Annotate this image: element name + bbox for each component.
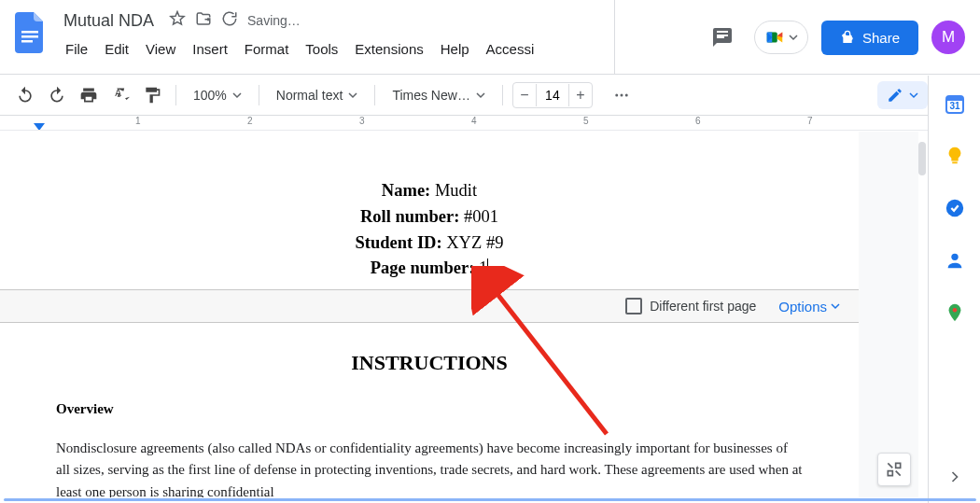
comments-button[interactable] bbox=[704, 19, 741, 56]
styles-dropdown[interactable]: Normal text bbox=[269, 84, 366, 106]
font-dropdown[interactable]: Times New… bbox=[385, 84, 493, 106]
print-button[interactable] bbox=[75, 81, 103, 109]
font-size-decrease[interactable]: − bbox=[513, 83, 536, 107]
svg-rect-0 bbox=[21, 31, 38, 34]
explore-button[interactable] bbox=[877, 453, 911, 486]
more-toolbar-button[interactable] bbox=[608, 81, 636, 109]
ruler-mark: 5 bbox=[583, 116, 589, 131]
menu-edit[interactable]: Edit bbox=[97, 37, 136, 61]
maps-icon[interactable] bbox=[944, 301, 966, 324]
indent-marker[interactable] bbox=[34, 119, 45, 131]
toolbar: A 100% Normal text Times New… − 14 + bbox=[0, 75, 980, 116]
page: Name: Mudit Roll number: #001 Student ID… bbox=[0, 132, 859, 497]
menu-format[interactable]: Format bbox=[237, 37, 297, 61]
menu-view[interactable]: View bbox=[138, 37, 183, 61]
side-panel: 31 bbox=[928, 76, 980, 503]
scrollbar-thumb[interactable] bbox=[918, 142, 926, 175]
menu-extensions[interactable]: Extensions bbox=[347, 37, 430, 61]
meet-button[interactable] bbox=[754, 21, 808, 54]
svg-text:31: 31 bbox=[949, 101, 960, 111]
undo-button[interactable] bbox=[11, 81, 39, 109]
svg-rect-1 bbox=[21, 35, 38, 38]
menu-file[interactable]: File bbox=[58, 37, 95, 61]
page-header[interactable]: Name: Mudit Roll number: #001 Student ID… bbox=[0, 132, 859, 289]
calendar-icon[interactable]: 31 bbox=[944, 92, 966, 115]
different-first-page-checkbox[interactable]: Different first page bbox=[625, 298, 756, 314]
panel-divider bbox=[614, 0, 615, 75]
window-focus-border bbox=[4, 498, 976, 501]
header-options-bar: Different first page Options bbox=[0, 289, 859, 323]
svg-point-6 bbox=[615, 93, 618, 96]
ruler-mark: 3 bbox=[359, 116, 365, 131]
docs-logo[interactable] bbox=[11, 7, 49, 58]
svg-text:A: A bbox=[115, 87, 121, 97]
keep-icon[interactable] bbox=[944, 145, 966, 167]
overview-heading: Overview bbox=[56, 401, 803, 417]
document-title[interactable]: Mutual NDA bbox=[58, 9, 160, 33]
ruler-mark: 2 bbox=[247, 116, 253, 131]
star-icon[interactable] bbox=[169, 10, 186, 31]
font-size-control: − 14 + bbox=[512, 82, 593, 108]
menu-tools[interactable]: Tools bbox=[298, 37, 345, 61]
ruler-mark: 7 bbox=[807, 116, 813, 131]
editing-mode-button[interactable] bbox=[877, 81, 928, 109]
move-icon[interactable] bbox=[195, 10, 212, 31]
cloud-status-icon bbox=[221, 10, 238, 31]
menu-insert[interactable]: Insert bbox=[185, 37, 235, 61]
ruler-mark: 4 bbox=[471, 116, 477, 131]
save-status: Saving… bbox=[247, 13, 301, 28]
svg-point-15 bbox=[951, 254, 958, 260]
redo-button[interactable] bbox=[43, 81, 71, 109]
checkbox-icon[interactable] bbox=[625, 298, 642, 314]
menu-accessibility[interactable]: Accessi bbox=[479, 37, 542, 61]
spellcheck-button[interactable]: A bbox=[106, 81, 134, 109]
svg-point-7 bbox=[620, 93, 623, 96]
ruler-mark: 1 bbox=[135, 116, 141, 131]
paint-format-button[interactable] bbox=[138, 81, 166, 109]
instructions-heading: INSTRUCTIONS bbox=[56, 351, 803, 375]
body-paragraph: Nondisclosure agreements (also called ND… bbox=[56, 438, 803, 497]
share-button[interactable]: Share bbox=[821, 21, 918, 55]
svg-rect-2 bbox=[21, 40, 33, 43]
svg-point-16 bbox=[952, 308, 957, 313]
tasks-icon[interactable] bbox=[944, 197, 966, 219]
zoom-dropdown[interactable]: 100% bbox=[186, 84, 249, 106]
font-size-value[interactable]: 14 bbox=[536, 84, 569, 106]
ruler-mark: 6 bbox=[695, 116, 701, 131]
document-area[interactable]: Name: Mudit Roll number: #001 Student ID… bbox=[0, 132, 918, 497]
page-body[interactable]: INSTRUCTIONS Overview Nondisclosure agre… bbox=[0, 323, 859, 497]
header-options-dropdown[interactable]: Options bbox=[778, 299, 840, 314]
menu-help[interactable]: Help bbox=[433, 37, 477, 61]
font-size-increase[interactable]: + bbox=[569, 83, 592, 107]
svg-point-8 bbox=[625, 93, 628, 96]
ruler[interactable]: 1 2 3 4 5 6 7 bbox=[0, 116, 980, 131]
contacts-icon[interactable] bbox=[944, 249, 966, 272]
svg-rect-13 bbox=[952, 161, 958, 163]
side-panel-expand[interactable] bbox=[945, 468, 964, 490]
account-avatar[interactable]: M bbox=[931, 21, 965, 54]
share-label: Share bbox=[862, 30, 900, 46]
